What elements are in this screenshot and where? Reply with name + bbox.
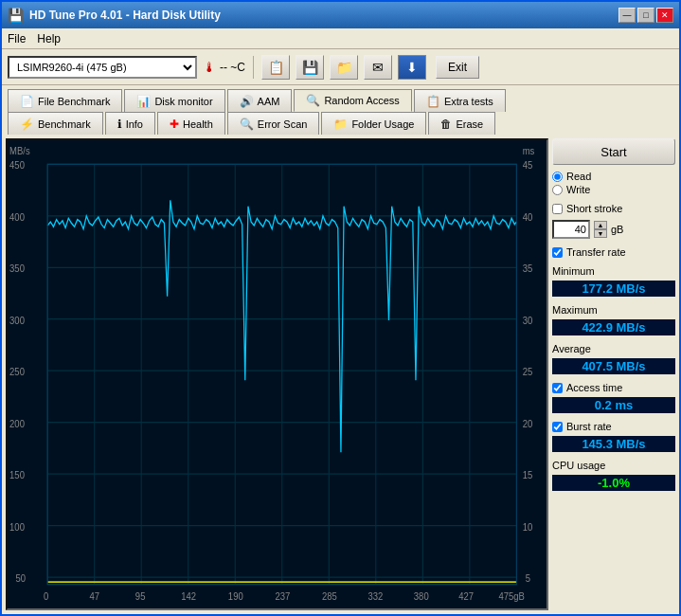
- benchmark-icon: ⚡: [20, 118, 34, 131]
- burst-rate-option[interactable]: Burst rate: [552, 421, 675, 432]
- svg-text:250: 250: [9, 366, 25, 377]
- cpu-usage-value: -1.0%: [552, 475, 675, 491]
- short-stroke-option[interactable]: Short stroke: [552, 203, 675, 214]
- minimize-button[interactable]: —: [618, 8, 636, 23]
- minimum-value: 177.2 MB/s: [552, 281, 675, 297]
- tab-health[interactable]: ✚ Health: [157, 112, 225, 135]
- short-stroke-label: Short stroke: [566, 203, 622, 214]
- svg-text:20: 20: [523, 418, 533, 429]
- short-stroke-checkbox[interactable]: [552, 204, 563, 214]
- tab-file-benchmark[interactable]: 📄 File Benchmark: [8, 89, 122, 112]
- menu-bar: File Help: [2, 28, 679, 49]
- svg-text:142: 142: [181, 590, 196, 602]
- tab-aam[interactable]: 🔊 AAM: [227, 89, 293, 112]
- maximum-label: Maximum: [552, 304, 675, 316]
- burst-rate-value: 145.3 MB/s: [552, 436, 675, 452]
- tab-folder-usage[interactable]: 📁 Folder Usage: [321, 112, 426, 135]
- tab-error-scan[interactable]: 🔍 Error Scan: [227, 112, 320, 135]
- file-menu[interactable]: File: [8, 32, 26, 45]
- tab-random-access[interactable]: 🔍 Random Access: [294, 89, 411, 112]
- tabs-row2: ⚡ Benchmark ℹ Info ✚ Health 🔍 Error Scan…: [2, 112, 679, 135]
- read-option[interactable]: Read: [552, 171, 675, 182]
- thermometer-icon: 🌡: [203, 60, 216, 75]
- read-radio[interactable]: [552, 172, 563, 182]
- svg-text:332: 332: [367, 590, 383, 602]
- svg-text:35: 35: [523, 263, 533, 275]
- main-window: 💾 HD Tune Pro 4.01 - Hard Disk Utility —…: [0, 0, 681, 616]
- cpu-usage-label: CPU usage: [552, 460, 675, 471]
- error-scan-icon: 🔍: [240, 118, 254, 131]
- svg-text:237: 237: [275, 590, 290, 602]
- svg-text:30: 30: [523, 315, 533, 326]
- copy-button[interactable]: 📋: [261, 55, 290, 80]
- tab-disk-monitor[interactable]: 📊 Disk monitor: [124, 89, 224, 112]
- erase-icon: 🗑: [440, 118, 452, 131]
- tab-file-benchmark-label: File Benchmark: [38, 96, 110, 107]
- write-option[interactable]: Write: [552, 184, 675, 195]
- svg-text:45: 45: [523, 160, 533, 172]
- svg-text:15: 15: [523, 469, 533, 480]
- app-icon: 💾: [8, 8, 24, 23]
- svg-text:50: 50: [15, 572, 26, 584]
- window-title: HD Tune Pro 4.01 - Hard Disk Utility: [29, 9, 618, 22]
- stroke-input[interactable]: [552, 220, 590, 239]
- svg-text:350: 350: [9, 263, 25, 275]
- download-button[interactable]: ⬇: [398, 55, 426, 80]
- tab-erase[interactable]: 🗑 Erase: [428, 112, 495, 135]
- benchmark-chart: MB/s 450 400 350 300 250 200 150 100 50 …: [8, 140, 547, 608]
- email-button[interactable]: ✉: [364, 55, 392, 80]
- drive-select[interactable]: LSIMR9260-4i (475 gB): [8, 56, 197, 79]
- window-controls: — □ ✕: [618, 8, 673, 23]
- disk-monitor-icon: 📊: [136, 95, 151, 108]
- svg-text:285: 285: [322, 590, 337, 602]
- title-bar: 💾 HD Tune Pro 4.01 - Hard Disk Utility —…: [2, 2, 679, 28]
- stroke-stepper: ▲ ▼: [594, 221, 607, 238]
- help-menu[interactable]: Help: [37, 32, 61, 45]
- access-time-checkbox[interactable]: [552, 383, 563, 393]
- tab-extra-tests[interactable]: 📋 Extra tests: [414, 89, 506, 112]
- stroke-up-button[interactable]: ▲: [594, 221, 607, 229]
- folder-usage-icon: 📁: [333, 118, 348, 131]
- tab-random-access-label: Random Access: [324, 95, 399, 106]
- access-time-option[interactable]: Access time: [552, 382, 675, 393]
- save2-button[interactable]: 📁: [330, 55, 358, 80]
- svg-text:5: 5: [526, 572, 530, 584]
- tab-info[interactable]: ℹ Info: [105, 112, 155, 135]
- svg-text:400: 400: [9, 211, 25, 223]
- save-button[interactable]: 💾: [296, 55, 324, 80]
- content-area: MB/s 450 400 350 300 250 200 150 100 50 …: [2, 135, 679, 614]
- transfer-rate-checkbox[interactable]: [552, 247, 563, 258]
- tab-disk-monitor-label: Disk monitor: [154, 96, 212, 107]
- svg-text:100: 100: [9, 521, 25, 533]
- random-access-icon: 🔍: [306, 94, 320, 107]
- average-label: Average: [552, 343, 675, 354]
- temp-display: 🌡 -- ~C: [203, 60, 245, 75]
- maximize-button[interactable]: □: [637, 8, 654, 23]
- tab-benchmark[interactable]: ⚡ Benchmark: [8, 112, 103, 135]
- transfer-rate-option[interactable]: Transfer rate: [552, 246, 675, 258]
- start-button[interactable]: Start: [552, 138, 675, 165]
- file-benchmark-icon: 📄: [20, 95, 34, 108]
- exit-button[interactable]: Exit: [436, 56, 479, 79]
- svg-text:475gB: 475gB: [498, 590, 524, 602]
- svg-text:0: 0: [44, 590, 48, 602]
- svg-rect-0: [8, 140, 547, 608]
- toolbar-separator-1: [253, 56, 254, 79]
- svg-text:MB/s: MB/s: [9, 145, 30, 156]
- stroke-down-button[interactable]: ▼: [594, 229, 607, 238]
- svg-text:10: 10: [523, 521, 533, 533]
- stroke-row: ▲ ▼ gB: [552, 220, 675, 239]
- access-time-label: Access time: [566, 382, 622, 393]
- access-time-value: 0.2 ms: [552, 397, 675, 413]
- tab-folder-usage-label: Folder Usage: [351, 118, 414, 130]
- tab-info-label: Info: [126, 118, 143, 130]
- tab-erase-label: Erase: [456, 118, 483, 130]
- burst-rate-checkbox[interactable]: [552, 422, 563, 432]
- right-panel: Start Read Write Short stroke ▲: [552, 138, 675, 610]
- svg-text:25: 25: [523, 366, 533, 377]
- temp-value: -- ~C: [220, 61, 245, 74]
- health-icon: ✚: [170, 118, 179, 131]
- close-button[interactable]: ✕: [656, 8, 673, 23]
- write-radio[interactable]: [552, 185, 563, 195]
- svg-text:380: 380: [414, 590, 429, 602]
